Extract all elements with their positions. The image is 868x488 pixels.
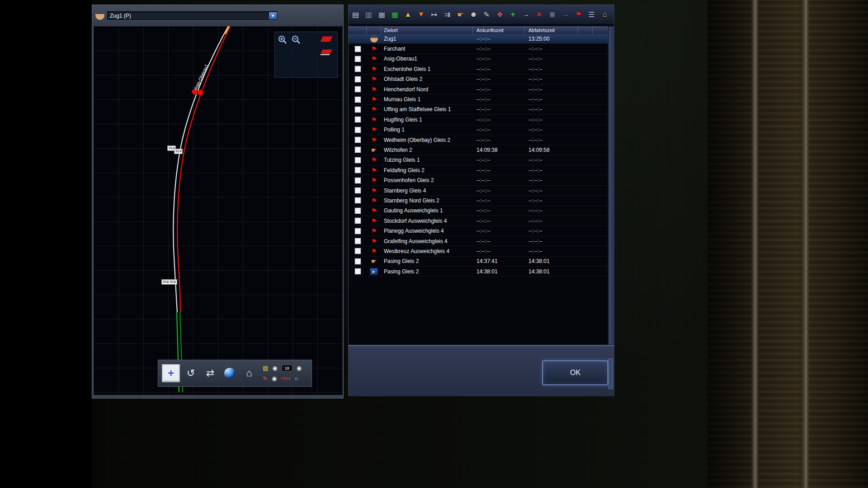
route-point-marker[interactable] [198,90,203,96]
timetable-row[interactable]: ⚑Grafelfing Ausweichgleis 4--:--:----:--… [349,236,609,246]
timetable-row[interactable]: ⚑Huglfing Gleis 1--:--:----:--:-- [349,115,609,125]
toolbar-insert-after-button[interactable]: ↦ [429,9,440,20]
ok-button[interactable]: OK [542,361,608,385]
zoom-in-button[interactable] [278,35,290,46]
train-select-dropdown[interactable]: Zug1 (P) ▼ [107,11,277,20]
rotate-view-button[interactable]: ↺ [182,365,199,382]
row-checkbox[interactable] [354,86,361,93]
timetable-row[interactable]: ⚑Tutzing Gleis 1--:--:----:--:-- [349,155,609,165]
toolbar-save-button[interactable]: ▤ [350,9,361,20]
timetable-row[interactable]: ☛Wilzhofen 214:09:3814:09:58 [349,145,609,155]
jump-view-button[interactable]: ⇄ [202,365,219,382]
row-checkbox[interactable] [354,268,361,275]
row-checkbox[interactable] [354,56,361,62]
arrival-time: --:--:-- [473,106,525,113]
row-checkbox[interactable] [354,228,361,235]
row-checkbox[interactable] [354,167,361,174]
header-destination[interactable]: Zielort [381,26,473,34]
toolbar-depot-button[interactable]: ⌂ [599,9,610,20]
timetable-row[interactable]: ⚑Henchendorf Nord--:--:----:--:-- [349,84,609,94]
km-marker: 916 916 [161,279,177,285]
row-checkbox[interactable] [354,76,361,83]
timetable-row[interactable]: ⚑Stockdorf Ausweichgleis 4--:--:----:--:… [349,216,609,226]
timetable-row[interactable]: ⚑Polling 1--:--:----:--:-- [349,125,609,135]
header-departure[interactable]: Abfahrtszeit [525,26,578,34]
toolbar-jump-to-button[interactable]: → [560,9,571,20]
timetable-row[interactable]: ⚑Feldafing Gleis 2--:--:----:--:-- [349,165,609,175]
timetable-row[interactable]: ⚑Murnau Gleis 1--:--:----:--:-- [349,94,609,104]
toolbar-manual-stop-button[interactable]: ☛ [455,9,466,20]
row-checkbox[interactable] [354,96,361,103]
pan-mode-button[interactable]: + [162,364,180,382]
row-checkbox[interactable] [354,157,361,164]
timetable-row[interactable]: ⚑Eschenlohe Gleis 1--:--:----:--:-- [349,64,609,74]
row-checkbox[interactable] [354,238,361,244]
timetable-row[interactable]: ⚑Weilheim (Oberbay) Gleis 2--:--:----:--… [349,135,609,145]
toolbar-delete-button[interactable]: ▥ [363,9,374,20]
route-clear-button[interactable] [319,34,334,44]
zoom-out-button[interactable] [291,35,304,46]
row-checkbox[interactable] [354,197,361,204]
vertical-scrollbar[interactable] [608,26,614,345]
timetable-row[interactable]: ▶Pasing Gleis 214:38:0114:38:01 [349,267,609,277]
row-checkbox[interactable] [354,187,361,194]
layer-radio-on-2[interactable]: ◉ [297,365,302,371]
globe-view-button[interactable] [221,365,238,382]
timetable-row[interactable]: ⚑Farchant--:--:----:--:-- [349,44,609,54]
toolbar-split-train-button[interactable]: ⇉ [442,9,453,20]
row-checkbox[interactable] [354,66,361,72]
departure-time: --:--:-- [525,137,578,143]
toolbar-edit-schedule-button[interactable]: ✎ [481,9,492,20]
timetable-row[interactable]: ⚑Starnberg Nord Gleis 2--:--:----:--:-- [349,196,609,206]
row-checkbox[interactable] [354,106,361,113]
toolbar-passengers-button[interactable]: ☻ [468,9,479,20]
row-checkbox[interactable] [354,258,361,265]
timetable-row[interactable]: ☛Pasing Gleis 214:37:4114:38:01 [349,257,609,267]
flag-icon: ⚑ [371,127,377,133]
timetable-row[interactable]: ⚑Westkreuz Ausweichgleis 4--:--:----:--:… [349,246,609,256]
layer-radio-on-3[interactable]: ◉ [272,375,277,381]
layer-radio-off[interactable]: ○ [294,375,298,381]
row-checkbox[interactable] [354,248,361,254]
scrollbar-lower-segment[interactable] [608,358,613,389]
row-checkbox[interactable] [354,146,361,153]
flag-icon: ⚑ [371,96,377,103]
toolbar-grid-small-button[interactable]: ▦ [376,9,387,20]
timetable-row[interactable]: ⚑Uffing am Staffelsee Gleis 1--:--:----:… [349,105,609,115]
toolbar-add-stop-button[interactable]: + [507,9,519,20]
toolbar-remove-stop-button[interactable]: × [533,9,545,20]
row-checkbox[interactable] [354,46,361,52]
grid-size-value[interactable]: 18 [282,365,292,371]
row-checkbox[interactable] [354,177,361,184]
timetable-row[interactable]: ⚑Asig-Oberau1--:--:----:--:-- [349,54,609,64]
toolbar-grid-green-button[interactable]: ▦ [389,9,401,20]
timetable-row[interactable]: ⚑Gauting Ausweichgleis 1--:--:----:--:-- [349,206,609,216]
paint-layer-icon[interactable]: ✎ [263,375,268,381]
toolbar-lower-button[interactable]: ▼ [415,9,427,20]
route-draw-button[interactable] [319,47,334,56]
timetable-row[interactable]: ⚑Planegg Ausweichgleis 4--:--:----:--:-- [349,226,609,236]
row-checkbox[interactable] [354,127,361,133]
row-checkbox[interactable] [354,136,361,143]
toolbar-flag-button[interactable]: ⚑ [573,9,584,20]
map-canvas[interactable]: Asig-Oberau1 914 914 916 916 [94,26,343,395]
row-checkbox[interactable] [354,116,361,123]
signal-layer-icon[interactable]: ▨ [263,365,268,371]
row-checkbox[interactable] [354,207,361,214]
toolbar-color-tiles-button[interactable]: ❖ [494,9,505,20]
map-navigation-toolbar: + ↺ ⇄ ⌂ ▨ ◉ 18 ◉ ✎ ◉ TS14 ○ [158,360,312,387]
toolbar-keyboard-button[interactable]: ☰ [586,9,597,20]
chevron-down-icon[interactable]: ▼ [269,12,277,19]
toolbar-export-schedule-button[interactable]: ≣ [547,9,558,20]
home-view-button[interactable]: ⌂ [241,365,258,382]
layer-radio-on[interactable]: ◉ [272,365,277,371]
timetable-row[interactable]: ⚑Starnberg Gleis 4--:--:----:--:-- [349,186,609,196]
toolbar-raise-button[interactable]: ▲ [402,9,414,20]
timetable-row[interactable]: ⚑Ohlstadt Gleis 2--:--:----:--:-- [349,75,609,84]
toolbar-goto-stop-button[interactable]: → [520,9,532,20]
timetable-row[interactable]: Zug1--:--:--13:25:00 [349,34,609,44]
timetable-row[interactable]: ⚑Possenhofen Gleis 2--:--:----:--:-- [349,175,609,185]
row-checkbox[interactable] [354,217,361,224]
scrollbar-thumb[interactable] [609,27,613,344]
header-arrival[interactable]: Ankunftszeit [473,26,525,34]
